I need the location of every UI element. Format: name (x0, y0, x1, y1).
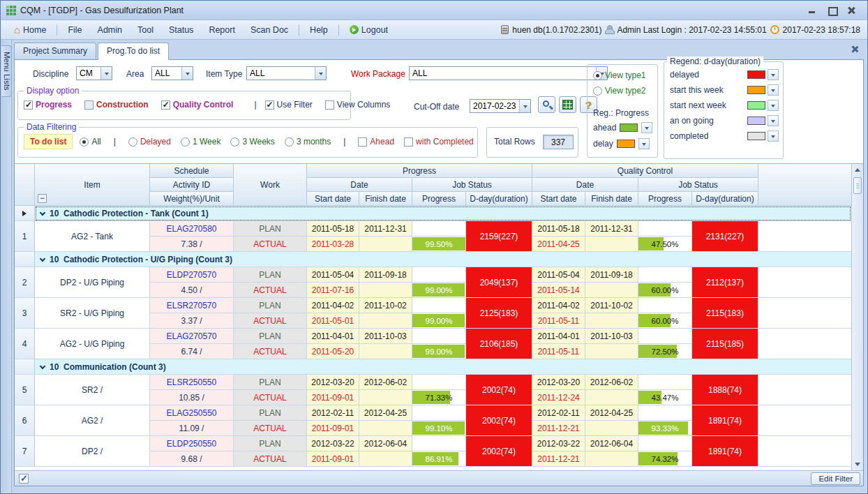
progress-dday-cell[interactable]: 2002(74) (466, 375, 532, 405)
radio-button[interactable] (80, 137, 89, 147)
header-quality-finish-date[interactable]: Finish date (585, 192, 638, 206)
weight-cell[interactable]: 9.68 / (150, 451, 234, 467)
qc-actual-start-date-cell[interactable]: 2011-12-21 (532, 451, 585, 467)
qc-actual-finish-date-cell[interactable] (585, 390, 638, 405)
checkbox-box[interactable] (161, 100, 170, 110)
radio-view-type1[interactable]: View type1 (593, 70, 654, 80)
actual-start-date-cell[interactable]: 2011-09-01 (307, 421, 359, 436)
radio-all[interactable]: All (80, 137, 100, 147)
progress-bar-cell[interactable]: 99.50% (412, 237, 466, 252)
checkbox-box[interactable] (358, 137, 367, 147)
actual-finish-date-cell[interactable] (359, 421, 412, 436)
header-progress-progress[interactable]: Progress (412, 192, 466, 206)
qc-actual-finish-date-cell[interactable] (585, 344, 638, 359)
actual-start-date-cell[interactable]: 2011-03-28 (307, 237, 359, 252)
qc-progress-bar-cell[interactable]: 72.50% (638, 344, 692, 359)
work-plan-cell[interactable]: PLAN (234, 436, 307, 451)
header-item[interactable]: Item (35, 164, 150, 206)
chevron-down-icon[interactable] (315, 67, 326, 80)
work-plan-cell[interactable]: PLAN (234, 298, 307, 313)
qc-actual-finish-date-cell[interactable] (585, 421, 638, 436)
plan-finish-date-cell[interactable]: 2012-06-02 (359, 375, 412, 390)
qc-progress-bar-cell[interactable]: 60.00% (638, 283, 692, 298)
group-band[interactable]: 10 Cathodic Protection - U/G Piping (Cou… (35, 252, 851, 267)
checkbox-box[interactable] (84, 100, 93, 110)
plan-finish-date-cell[interactable]: 2011-10-03 (359, 329, 412, 344)
menu-item-report[interactable]: Report (202, 23, 241, 37)
qc-plan-start-date-cell[interactable]: 2011-05-04 (532, 267, 585, 283)
qc-plan-start-date-cell[interactable]: 2011-05-18 (532, 221, 585, 237)
work-actual-cell[interactable]: ACTUAL (234, 344, 307, 359)
progress-bar-cell[interactable]: 99.10% (412, 421, 466, 436)
actual-finish-date-cell[interactable] (359, 390, 412, 405)
qc-actual-finish-date-cell[interactable] (585, 283, 638, 298)
progress-plan-cell[interactable] (412, 221, 466, 237)
group-band[interactable]: 10 Cathodic Protection - Tank (Count 1) (35, 206, 851, 221)
progress-plan-cell[interactable] (412, 436, 466, 451)
header-quality-job-status[interactable]: Job Status (638, 178, 758, 192)
actual-finish-date-cell[interactable] (359, 237, 412, 252)
radio-button[interactable] (128, 137, 137, 147)
group-header-row[interactable]: 10 Communication (Count 3) (15, 359, 851, 375)
qc-actual-finish-date-cell[interactable] (585, 451, 638, 467)
item-name-cell[interactable]: AG2 / (35, 405, 150, 436)
weight-cell[interactable]: 10.85 / (150, 390, 234, 405)
header-schedule[interactable]: Schedule (150, 164, 234, 178)
work-actual-cell[interactable]: ACTUAL (234, 237, 307, 252)
progress-dday-cell[interactable]: 2106(185) (466, 329, 532, 359)
qc-dday-cell[interactable]: 1891(74) (692, 436, 758, 467)
checkbox-progress[interactable]: Progress (24, 100, 72, 110)
qc-plan-start-date-cell[interactable]: 2012-03-22 (532, 436, 585, 451)
qc-plan-start-date-cell[interactable]: 2012-03-20 (532, 375, 585, 390)
maximize-icon[interactable] (827, 6, 837, 15)
qc-progress-bar-cell[interactable]: 93.33% (638, 421, 692, 436)
header-progress-job-status[interactable]: Job Status (412, 178, 532, 192)
row-number[interactable]: 4 (15, 329, 35, 359)
weight-cell[interactable]: 7.38 / (150, 237, 234, 252)
qc-dday-cell[interactable]: 1891(74) (692, 405, 758, 436)
qc-actual-start-date-cell[interactable]: 2011-05-11 (532, 344, 585, 359)
qc-progress-bar-cell[interactable]: 47.50% (638, 237, 692, 252)
checkbox-view-columns[interactable]: View Columns (325, 100, 390, 110)
plan-start-date-cell[interactable]: 2012-02-11 (307, 405, 359, 421)
row-number[interactable]: 5 (15, 375, 35, 405)
progress-dday-cell[interactable]: 2002(74) (466, 436, 532, 467)
minimize-icon[interactable] (807, 6, 817, 15)
progress-plan-cell[interactable] (412, 298, 466, 313)
qc-progress-plan-cell[interactable] (638, 436, 692, 451)
item-type-select[interactable]: ALL (246, 66, 327, 80)
plan-start-date-cell[interactable]: 2011-04-02 (307, 298, 359, 313)
qc-plan-finish-date-cell[interactable]: 2012-06-04 (585, 436, 638, 451)
actual-start-date-cell[interactable]: 2011-09-01 (307, 451, 359, 467)
chevron-down-icon[interactable] (100, 67, 112, 80)
activity-id-cell[interactable]: ELDP250550 (150, 436, 234, 451)
header-progress-date[interactable]: Date (307, 178, 412, 192)
activity-id-cell[interactable]: ELDP270570 (150, 267, 234, 283)
radio-button[interactable] (593, 87, 602, 96)
checkbox-quality-control[interactable]: Quality Control (161, 100, 234, 110)
item-name-cell[interactable]: DP2 / (35, 436, 150, 467)
qc-actual-start-date-cell[interactable]: 2011-12-21 (532, 421, 585, 436)
item-name-cell[interactable]: DP2 - U/G Piping (35, 267, 150, 298)
chevron-down-icon[interactable] (768, 100, 779, 111)
plan-start-date-cell[interactable]: 2012-03-20 (307, 375, 359, 390)
qc-plan-finish-date-cell[interactable]: 2011-10-03 (585, 329, 638, 344)
close-icon[interactable] (846, 6, 856, 15)
plan-start-date-cell[interactable]: 2011-05-04 (307, 267, 359, 283)
group-header-row[interactable]: 10 Cathodic Protection - U/G Piping (Cou… (15, 252, 851, 267)
checkbox-box[interactable] (265, 100, 274, 110)
radio-3-weeks[interactable]: 3 Weeks (230, 137, 274, 147)
checkbox-use-filter[interactable]: Use Filter (265, 100, 313, 110)
chevron-down-icon[interactable] (641, 122, 652, 133)
progress-dday-cell[interactable]: 2002(74) (466, 405, 532, 436)
item-name-cell[interactable]: AG2 - Tank (35, 221, 150, 252)
area-select[interactable]: ALL (151, 66, 193, 80)
qc-plan-start-date-cell[interactable]: 2011-04-02 (532, 298, 585, 313)
row-number[interactable]: 2 (15, 267, 35, 298)
activity-id-cell[interactable]: ELSR270570 (150, 298, 234, 313)
qc-progress-bar-cell[interactable]: 43.47% (638, 390, 692, 405)
plan-finish-date-cell[interactable]: 2012-06-04 (359, 436, 412, 451)
group-header-row[interactable]: 10 Cathodic Protection - Tank (Count 1) (15, 206, 851, 221)
qc-dday-cell[interactable]: 2112(137) (692, 267, 758, 298)
plan-finish-date-cell[interactable]: 2011-09-18 (359, 267, 412, 283)
